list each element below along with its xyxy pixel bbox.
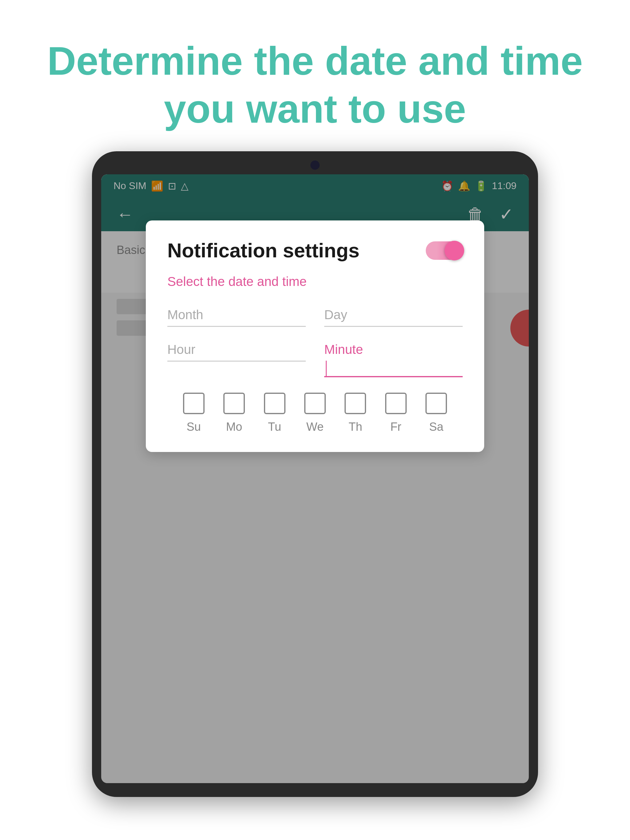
toggle-knob [445, 241, 464, 261]
day-checkbox-we[interactable] [304, 393, 326, 414]
tablet-wrapper: No SIM 📶 ⊡ △ ⏰ 🔔 🔋 11:09 ← 🗑 ✓ [0, 151, 630, 797]
day-label-we: We [306, 420, 324, 434]
dialog-title: Notification settings [167, 239, 359, 262]
month-underline [167, 326, 306, 327]
day-label-tu: Tu [268, 420, 281, 434]
day-item-fr[interactable]: Fr [385, 393, 407, 434]
cursor [326, 361, 327, 376]
day-checkbox-tu[interactable] [264, 393, 285, 414]
day-checkbox-sa[interactable] [426, 393, 447, 414]
hour-underline [167, 361, 306, 362]
form-row-date: Month Day [167, 308, 463, 327]
day-label-fr: Fr [390, 420, 401, 434]
day-field[interactable]: Day [324, 308, 463, 327]
day-item-su[interactable]: Su [183, 393, 204, 434]
dialog-header: Notification settings [167, 239, 463, 262]
minute-underline [324, 376, 463, 377]
day-label-th: Th [348, 420, 362, 434]
hour-field[interactable]: Hour [167, 342, 306, 377]
day-label: Day [324, 308, 463, 322]
hero-section: Determine the date and time you want to … [0, 0, 630, 151]
day-item-mo[interactable]: Mo [223, 393, 245, 434]
day-item-sa[interactable]: Sa [426, 393, 447, 434]
day-underline [324, 326, 463, 327]
day-checkbox-fr[interactable] [385, 393, 407, 414]
dialog-subtitle: Select the date and time [167, 274, 463, 289]
hour-label: Hour [167, 342, 306, 357]
toggle-switch[interactable] [426, 242, 463, 260]
hero-title: Determine the date and time you want to … [0, 37, 630, 133]
dialog-overlay: Notification settings Select the date an… [101, 174, 529, 783]
minute-field[interactable]: Minute [324, 342, 463, 377]
day-label-mo: Mo [226, 420, 242, 434]
day-checkbox-th[interactable] [345, 393, 366, 414]
camera-icon [310, 161, 320, 170]
day-label-sa: Sa [429, 420, 443, 434]
form-row-time: Hour Minute [167, 342, 463, 377]
day-checkbox-su[interactable] [183, 393, 204, 414]
day-item-th[interactable]: Th [345, 393, 366, 434]
days-of-week: Su Mo Tu We [167, 393, 463, 434]
minute-label: Minute [324, 342, 463, 357]
month-field[interactable]: Month [167, 308, 306, 327]
month-label: Month [167, 308, 306, 322]
tablet-screen: No SIM 📶 ⊡ △ ⏰ 🔔 🔋 11:09 ← 🗑 ✓ [101, 174, 529, 783]
day-checkbox-mo[interactable] [223, 393, 245, 414]
day-item-we[interactable]: We [304, 393, 326, 434]
day-item-tu[interactable]: Tu [264, 393, 285, 434]
notification-dialog: Notification settings Select the date an… [146, 221, 484, 452]
day-label-su: Su [187, 420, 201, 434]
tablet-device: No SIM 📶 ⊡ △ ⏰ 🔔 🔋 11:09 ← 🗑 ✓ [92, 151, 538, 797]
